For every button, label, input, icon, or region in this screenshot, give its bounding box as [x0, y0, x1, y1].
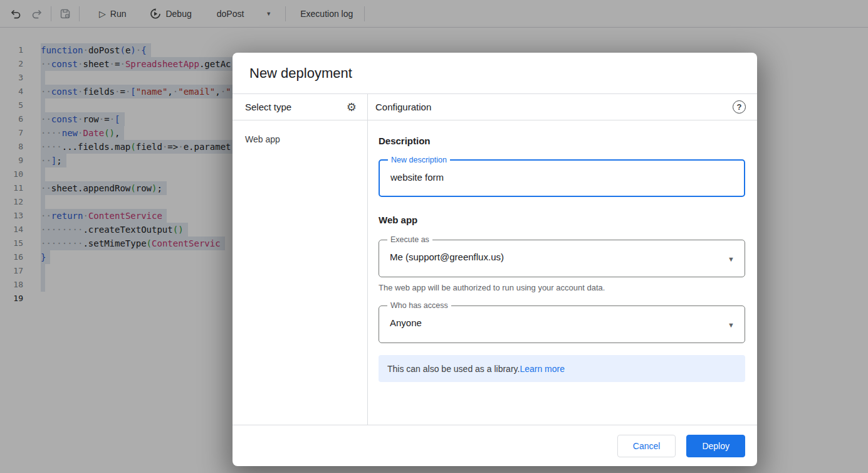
dialog-section-headers: Select type ⚙ Configuration ?: [233, 94, 757, 120]
deployment-type-web-app[interactable]: Web app: [245, 131, 367, 147]
dialog-header: New deployment: [233, 53, 757, 94]
dialog-title: New deployment: [249, 65, 352, 82]
deploy-button[interactable]: Deploy: [686, 435, 745, 457]
who-has-access-select[interactable]: Who has access Anyone ▼: [379, 306, 745, 343]
help-icon[interactable]: ?: [733, 100, 746, 114]
dialog-footer: Cancel Deploy: [233, 425, 757, 466]
dialog-body: Web app Description New description Web …: [233, 120, 757, 425]
configuration-panel: Description New description Web app Exec…: [368, 120, 757, 425]
configuration-header: Configuration ?: [368, 94, 757, 120]
description-input[interactable]: [390, 172, 716, 183]
cancel-button[interactable]: Cancel: [617, 435, 676, 457]
web-app-heading: Web app: [379, 215, 746, 225]
who-has-access-value: Anyone: [390, 317, 716, 328]
chevron-down-icon: ▼: [728, 255, 735, 263]
description-heading: Description: [379, 136, 746, 146]
who-has-access-label: Who has access: [387, 301, 451, 310]
gear-icon[interactable]: ⚙: [347, 102, 357, 113]
new-deployment-dialog: New deployment Select type ⚙ Configurati…: [233, 53, 757, 466]
execute-as-value: Me (support@greenflux.us): [390, 252, 716, 262]
library-info-text: This can also be used as a library.: [387, 364, 520, 374]
learn-more-link[interactable]: Learn more: [520, 364, 565, 374]
apps-script-window: ▷ Run Debug doPost ▼ Execution log 12345…: [0, 0, 868, 473]
execute-as-select[interactable]: Execute as Me (support@greenflux.us) ▼: [379, 240, 745, 277]
execute-as-helper-text: The web app will be authorized to run us…: [379, 283, 746, 292]
description-field: New description: [379, 159, 745, 197]
select-type-header: Select type ⚙: [233, 94, 368, 120]
execute-as-label: Execute as: [387, 235, 432, 244]
chevron-down-icon: ▼: [728, 321, 735, 329]
description-field-label: New description: [388, 156, 450, 164]
configuration-label: Configuration: [375, 102, 431, 112]
library-info-banner: This can also be used as a library. Lear…: [379, 355, 745, 382]
select-type-label: Select type: [245, 102, 291, 112]
deployment-type-list: Web app: [233, 120, 368, 425]
